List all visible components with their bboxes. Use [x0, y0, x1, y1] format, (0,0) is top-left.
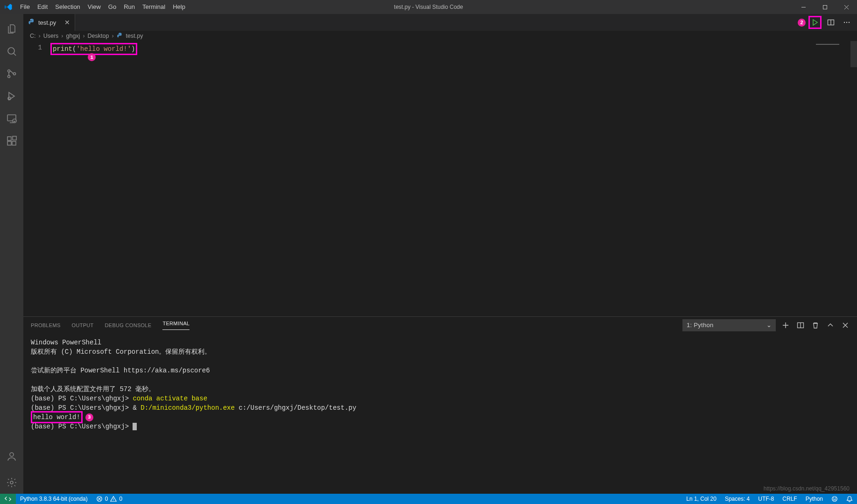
- menu-file[interactable]: File: [16, 0, 34, 14]
- svg-point-12: [10, 453, 14, 456]
- terminal-selector[interactable]: 1: Python ⌄: [682, 319, 776, 331]
- status-eol[interactable]: CRLF: [778, 496, 801, 502]
- activity-extensions[interactable]: [0, 130, 23, 152]
- maximize-button[interactable]: [814, 0, 836, 14]
- menu-selection[interactable]: Selection: [51, 0, 84, 14]
- status-python[interactable]: Python 3.8.3 64-bit (conda): [16, 494, 92, 504]
- watermark: https://blog.csdn.net/qq_42951560: [764, 485, 850, 492]
- status-line-col[interactable]: Ln 1, Col 20: [682, 496, 721, 502]
- activity-settings[interactable]: [0, 471, 23, 494]
- menu-bar: File Edit Selection View Go Run Terminal…: [16, 0, 189, 14]
- bc-seg[interactable]: ghgxj: [66, 33, 80, 39]
- svg-rect-9: [7, 141, 11, 145]
- terminal-line: (base) PS C:\Users\ghgxj>: [31, 422, 850, 431]
- bc-seg[interactable]: test.py: [126, 33, 143, 39]
- svg-rect-0: [823, 5, 827, 9]
- svg-rect-8: [7, 137, 11, 140]
- svg-point-14: [30, 19, 31, 20]
- code-token-str: 'hello world!': [76, 45, 131, 53]
- status-language[interactable]: Python: [801, 496, 827, 502]
- line-number: 1: [23, 43, 42, 52]
- annotation-badge-1: 1: [88, 53, 96, 61]
- activity-explorer[interactable]: [0, 18, 23, 40]
- terminal-line: hello world! 3: [31, 413, 850, 422]
- code-editor[interactable]: 1 print('hello world!') 1: [23, 41, 857, 316]
- menu-run[interactable]: Run: [120, 0, 139, 14]
- terminal-output[interactable]: Windows PowerShell 版权所有 (C) Microsoft Co…: [23, 333, 857, 494]
- status-encoding[interactable]: UTF-8: [754, 496, 778, 502]
- terminal-cursor: [133, 423, 137, 430]
- svg-point-18: [849, 22, 850, 23]
- run-file-button[interactable]: [808, 16, 822, 29]
- minimap[interactable]: [814, 41, 857, 316]
- python-file-icon: [117, 32, 123, 40]
- minimize-button[interactable]: [793, 0, 814, 14]
- status-warnings-count: 0: [119, 496, 122, 502]
- status-problems[interactable]: 0 0: [92, 494, 126, 504]
- activity-source-control[interactable]: [0, 63, 23, 85]
- terminal-line: Windows PowerShell: [31, 338, 850, 347]
- python-file-icon: [28, 18, 35, 27]
- status-bar: Python 3.8.3 64-bit (conda) 0 0 Ln 1, Co…: [0, 494, 857, 504]
- remote-indicator[interactable]: [0, 494, 16, 504]
- svg-point-2: [8, 70, 10, 72]
- panel-tab-problems[interactable]: PROBLEMS: [31, 322, 61, 328]
- more-actions-button[interactable]: [840, 16, 853, 29]
- bc-seg[interactable]: C:: [30, 33, 36, 39]
- app-icon: [0, 3, 16, 11]
- chevron-down-icon: ⌄: [766, 322, 772, 329]
- terminal-line: 版权所有 (C) Microsoft Corporation。保留所有权利。: [31, 347, 850, 357]
- menu-help[interactable]: Help: [169, 0, 189, 14]
- split-editor-button[interactable]: [824, 16, 837, 29]
- svg-point-21: [832, 497, 837, 502]
- terminal-line: (base) PS C:\Users\ghgxj> conda activate…: [31, 394, 850, 403]
- maximize-panel-button[interactable]: [825, 320, 836, 330]
- menu-edit[interactable]: Edit: [34, 0, 51, 14]
- svg-point-13: [10, 481, 13, 484]
- activity-accounts[interactable]: [0, 445, 23, 468]
- menu-view[interactable]: View: [84, 0, 105, 14]
- breadcrumb[interactable]: C:› Users› ghgxj› Desktop› test.py: [23, 31, 857, 41]
- window-title: test.py - Visual Studio Code: [394, 4, 463, 10]
- panel-tab-output[interactable]: OUTPUT: [72, 322, 94, 328]
- svg-point-1: [8, 48, 14, 54]
- close-icon[interactable]: ✕: [64, 19, 70, 26]
- bc-seg[interactable]: Desktop: [88, 33, 109, 39]
- kill-terminal-button[interactable]: [810, 320, 821, 330]
- activity-remote-explorer[interactable]: [0, 107, 23, 130]
- scrollbar-thumb[interactable]: [850, 41, 857, 67]
- status-spaces[interactable]: Spaces: 4: [721, 496, 754, 502]
- tab-test-py[interactable]: test.py ✕: [23, 14, 75, 31]
- close-button[interactable]: [836, 0, 857, 14]
- annotation-box-1: print('hello world!'): [50, 43, 137, 55]
- terminal-line: (base) PS C:\Users\ghgxj> & D:/miniconda…: [31, 403, 850, 413]
- new-terminal-button[interactable]: [780, 320, 791, 330]
- menu-go[interactable]: Go: [105, 0, 120, 14]
- svg-rect-10: [12, 141, 16, 145]
- status-errors-count: 0: [105, 496, 108, 502]
- activity-search[interactable]: [0, 40, 23, 63]
- gutter: 1: [23, 41, 50, 316]
- terminal-line: 尝试新的跨平台 PowerShell https://aka.ms/pscore…: [31, 366, 850, 375]
- status-notifications[interactable]: [842, 496, 857, 502]
- activity-run-debug[interactable]: [0, 85, 23, 107]
- svg-point-16: [844, 22, 845, 23]
- code-token-paren: ): [131, 45, 135, 53]
- status-feedback[interactable]: [827, 496, 842, 502]
- panel-tabs: PROBLEMS OUTPUT DEBUG CONSOLE TERMINAL 1…: [23, 317, 857, 333]
- code-area[interactable]: print('hello world!') 1: [50, 41, 857, 316]
- terminal-line: 加载个人及系统配置文件用了 572 毫秒。: [31, 385, 850, 394]
- menu-terminal[interactable]: Terminal: [139, 0, 169, 14]
- terminal-selector-label: 1: Python: [687, 322, 714, 329]
- panel-tab-debug-console[interactable]: DEBUG CONSOLE: [105, 322, 152, 328]
- svg-point-23: [835, 498, 836, 498]
- close-panel-button[interactable]: [840, 320, 850, 330]
- panel-tab-terminal[interactable]: TERMINAL: [162, 321, 190, 330]
- minimap-content: [816, 44, 839, 45]
- split-terminal-button[interactable]: [795, 320, 806, 330]
- bc-seg[interactable]: Users: [43, 33, 59, 39]
- panel: PROBLEMS OUTPUT DEBUG CONSOLE TERMINAL 1…: [23, 316, 857, 494]
- tab-label: test.py: [38, 19, 56, 26]
- svg-point-4: [14, 73, 16, 75]
- svg-point-3: [8, 76, 10, 78]
